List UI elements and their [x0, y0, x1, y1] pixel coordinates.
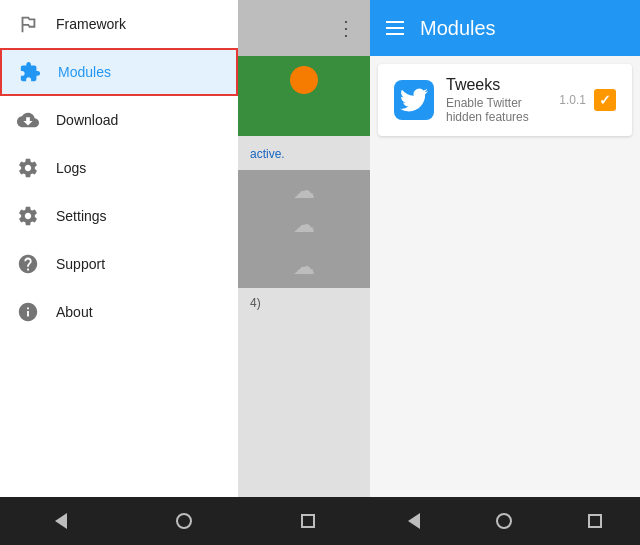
hamburger-line-3: [386, 33, 404, 35]
nav-bar-right: [370, 497, 640, 545]
footer-text-area: 4): [238, 288, 370, 318]
logs-label: Logs: [56, 160, 86, 176]
hamburger-line-1: [386, 21, 404, 23]
module-enabled-checkbox[interactable]: ✓: [594, 89, 616, 111]
middle-panel: ⋮ active. ☁ ☁ ☁ 4): [238, 0, 370, 497]
back-icon-right: [408, 513, 420, 529]
recents-icon-left: [301, 514, 315, 528]
sidebar-item-download[interactable]: Download: [0, 96, 238, 144]
home-icon-right: [496, 513, 512, 529]
checkmark-icon: ✓: [599, 92, 611, 108]
drawer: Framework Modules Download: [0, 0, 238, 497]
footer-text: 4): [250, 296, 261, 310]
middle-header: ⋮: [238, 0, 370, 56]
about-label: About: [56, 304, 93, 320]
cloud-icon-2: ☁: [293, 212, 315, 238]
bottom-nav-bar: [0, 497, 640, 545]
recents-icon-right: [588, 514, 602, 528]
puzzle-icon: [18, 60, 42, 84]
module-description: Enable Twitter hidden features: [446, 96, 547, 124]
recents-button-right[interactable]: [568, 506, 622, 536]
framework-icon: [16, 12, 40, 36]
overflow-menu-icon[interactable]: ⋮: [336, 16, 358, 40]
settings-icon: [16, 204, 40, 228]
cloud-icon-3: ☁: [293, 254, 315, 280]
module-name: Tweeks: [446, 76, 547, 94]
green-block: [238, 56, 370, 136]
modules-label: Modules: [58, 64, 111, 80]
cloud-download-icon: [16, 108, 40, 132]
tweeks-app-icon: [394, 80, 434, 120]
back-button-left[interactable]: [35, 505, 87, 537]
home-icon-left: [176, 513, 192, 529]
status-text: active.: [250, 147, 285, 161]
module-version: 1.0.1: [559, 93, 586, 107]
modules-title: Modules: [420, 17, 496, 40]
download-label: Download: [56, 112, 118, 128]
status-area: active.: [238, 136, 370, 170]
settings-label: Settings: [56, 208, 107, 224]
cloud-icon-1: ☁: [293, 178, 315, 204]
app-container: Framework Modules Download: [0, 0, 640, 497]
right-panel: Modules Tweeks Enable Twitter hidden fea…: [370, 0, 640, 497]
hamburger-menu-icon[interactable]: [386, 21, 404, 35]
sidebar-item-logs[interactable]: Logs: [0, 144, 238, 192]
logs-icon: [16, 156, 40, 180]
home-button-right[interactable]: [476, 505, 532, 537]
module-info: Tweeks Enable Twitter hidden features: [446, 76, 547, 124]
recents-button-left[interactable]: [281, 506, 335, 536]
nav-bar-left: [0, 497, 370, 545]
help-icon: [16, 252, 40, 276]
info-icon: [16, 300, 40, 324]
middle-bottom-area: ☁: [238, 246, 370, 288]
back-icon-left: [55, 513, 67, 529]
home-button-left[interactable]: [156, 505, 212, 537]
framework-label: Framework: [56, 16, 126, 32]
module-card-tweeks[interactable]: Tweeks Enable Twitter hidden features 1.…: [378, 64, 632, 136]
sidebar-item-framework[interactable]: Framework: [0, 0, 238, 48]
sidebar-item-about[interactable]: About: [0, 288, 238, 336]
back-button-right[interactable]: [388, 505, 440, 537]
sidebar-item-settings[interactable]: Settings: [0, 192, 238, 240]
modules-header: Modules: [370, 0, 640, 56]
download-area: ☁ ☁: [238, 170, 370, 246]
sidebar-item-support[interactable]: Support: [0, 240, 238, 288]
modules-content: Tweeks Enable Twitter hidden features 1.…: [370, 56, 640, 497]
hamburger-line-2: [386, 27, 404, 29]
module-right-section: 1.0.1 ✓: [559, 89, 616, 111]
support-label: Support: [56, 256, 105, 272]
sidebar-item-modules[interactable]: Modules: [0, 48, 238, 96]
orange-dot: [290, 66, 318, 94]
